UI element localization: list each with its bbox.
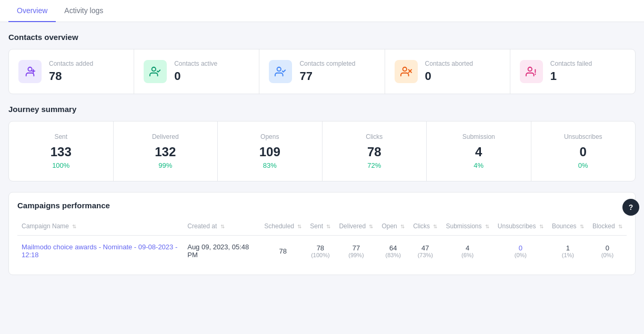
contacts-aborted-info: Contacts aborted 0: [425, 60, 473, 83]
cell-scheduled: 78: [260, 236, 306, 267]
contacts-active-icon: [144, 60, 167, 83]
sort-icon-unsubscribes: ⇅: [539, 224, 544, 229]
contacts-aborted-value: 0: [425, 69, 473, 83]
col-delivered[interactable]: Delivered ⇅: [335, 217, 377, 236]
unsubscribes-value: 0: [580, 145, 587, 159]
col-campaign-name[interactable]: Campaign Name ⇅: [17, 217, 183, 236]
clicks-label: Clicks: [366, 133, 383, 140]
journey-submission: Submission 4 4%: [427, 122, 531, 181]
contacts-failed-info: Contacts failed 1: [550, 60, 592, 83]
journey-clicks: Clicks 78 72%: [323, 122, 427, 181]
sort-icon-bounces: ⇅: [580, 224, 584, 229]
sort-icon-scheduled: ⇅: [297, 224, 301, 229]
col-created-at[interactable]: Created at ⇅: [183, 217, 260, 236]
contacts-completed-info: Contacts completed 77: [299, 60, 355, 83]
contacts-active-value: 0: [174, 69, 217, 83]
journey-summary-title: Journey summary: [8, 105, 636, 114]
svg-point-5: [402, 67, 406, 71]
contacts-aborted-icon: [395, 60, 418, 83]
journey-delivered: Delivered 132 99%: [114, 122, 218, 181]
col-sent[interactable]: Sent ⇅: [306, 217, 335, 236]
journey-stats: Sent 133 100% Delivered 132 99% Opens 10…: [8, 121, 636, 181]
col-submissions[interactable]: Submissions ⇅: [441, 217, 493, 236]
sort-icon-clicks: ⇅: [433, 224, 437, 229]
main-content: Contacts overview Contacts added 78: [0, 22, 644, 334]
campaigns-performance-section: Campaigns performance ? Campaign Name ⇅ …: [8, 192, 636, 275]
sort-icon-created-at: ⇅: [220, 224, 225, 229]
opens-label: Opens: [260, 133, 279, 140]
journey-opens: Opens 109 83%: [218, 122, 323, 181]
contacts-failed-value: 1: [550, 69, 592, 83]
cell-created-at: Aug 09, 2023, 05:48 PM: [183, 236, 260, 267]
contacts-completed-value: 77: [299, 69, 355, 83]
sort-icon-open: ⇅: [400, 224, 405, 229]
submission-value: 4: [475, 145, 482, 159]
svg-point-0: [28, 67, 32, 71]
journey-sent: Sent 133 100%: [9, 122, 114, 181]
unsubscribes-percent: 0%: [578, 161, 588, 169]
contacts-completed-label: Contacts completed: [299, 60, 355, 67]
contacts-added-icon: [18, 60, 42, 83]
sent-percent: 100%: [52, 161, 69, 169]
card-contacts-added: Contacts added 78: [9, 49, 134, 94]
submission-percent: 4%: [474, 161, 484, 169]
tab-overview[interactable]: Overview: [8, 0, 56, 22]
tab-activity-logs[interactable]: Activity logs: [56, 0, 112, 22]
cell-campaign-name[interactable]: Mailmodo choice awards - Nominate - 09-0…: [17, 236, 183, 267]
col-bounces[interactable]: Bounces ⇅: [548, 217, 588, 236]
opens-value: 109: [259, 145, 280, 159]
sort-icon-blocked: ⇅: [618, 224, 622, 229]
header-row: Campaign Name ⇅ Created at ⇅ Scheduled ⇅: [17, 217, 627, 236]
opens-percent: 83%: [263, 161, 277, 169]
sort-icon-submissions: ⇅: [485, 224, 489, 229]
card-contacts-aborted: Contacts aborted 0: [385, 49, 510, 94]
journey-summary-section: Journey summary Sent 133 100% Delivered …: [8, 105, 636, 181]
col-blocked[interactable]: Blocked ⇅: [588, 217, 627, 236]
card-contacts-failed: Contacts failed 1: [510, 49, 635, 94]
campaigns-table: Campaign Name ⇅ Created at ⇅ Scheduled ⇅: [17, 217, 627, 266]
cell-submissions: 4 (6%): [441, 236, 493, 267]
campaigns-performance-title: Campaigns performance: [17, 201, 627, 210]
journey-inner: Sent 133 100% Delivered 132 99% Opens 10…: [9, 122, 635, 181]
contacts-overview-section: Contacts overview Contacts added 78: [8, 33, 636, 94]
delivered-value: 132: [155, 145, 176, 159]
contacts-overview-title: Contacts overview: [8, 33, 636, 42]
cell-open: 64 (83%): [377, 236, 409, 267]
svg-point-8: [528, 67, 531, 71]
col-unsubscribes[interactable]: Unsubscribes ⇅: [494, 217, 548, 236]
help-button[interactable]: ?: [622, 199, 639, 216]
clicks-percent: 72%: [367, 161, 381, 169]
sent-label: Sent: [54, 133, 67, 140]
contacts-active-info: Contacts active 0: [174, 60, 217, 83]
contacts-aborted-label: Contacts aborted: [425, 60, 473, 67]
cell-sent: 78 (100%): [306, 236, 335, 267]
col-open[interactable]: Open ⇅: [377, 217, 409, 236]
contacts-added-value: 78: [49, 69, 93, 83]
col-clicks[interactable]: Clicks ⇅: [409, 217, 441, 236]
cell-bounces: 1 (1%): [548, 236, 588, 267]
card-contacts-active: Contacts active 0: [134, 49, 259, 94]
cell-blocked: 0 (0%): [588, 236, 627, 267]
contacts-failed-icon: [520, 60, 543, 83]
col-scheduled[interactable]: Scheduled ⇅: [260, 217, 306, 236]
contacts-failed-label: Contacts failed: [550, 60, 592, 67]
clicks-value: 78: [367, 145, 381, 159]
cell-clicks: 47 (73%): [409, 236, 441, 267]
sort-icon-delivered: ⇅: [369, 224, 373, 229]
contacts-cards: Contacts added 78 Contacts active: [8, 49, 636, 94]
svg-point-4: [277, 67, 281, 71]
card-contacts-completed: Contacts completed 77: [259, 49, 385, 94]
sort-icon-sent: ⇅: [326, 224, 330, 229]
contacts-added-info: Contacts added 78: [49, 60, 93, 83]
contacts-added-label: Contacts added: [49, 60, 93, 67]
sent-value: 133: [51, 145, 72, 159]
delivered-label: Delivered: [152, 133, 179, 140]
contacts-active-label: Contacts active: [174, 60, 217, 67]
contacts-completed-icon: [269, 60, 292, 83]
table-row: Mailmodo choice awards - Nominate - 09-0…: [17, 236, 627, 267]
unsubscribes-label: Unsubscribes: [564, 133, 602, 140]
cell-delivered: 77 (99%): [335, 236, 377, 267]
table-body: Mailmodo choice awards - Nominate - 09-0…: [17, 236, 627, 267]
sort-icon-campaign-name: ⇅: [72, 224, 76, 229]
table-header: Campaign Name ⇅ Created at ⇅ Scheduled ⇅: [17, 217, 627, 236]
